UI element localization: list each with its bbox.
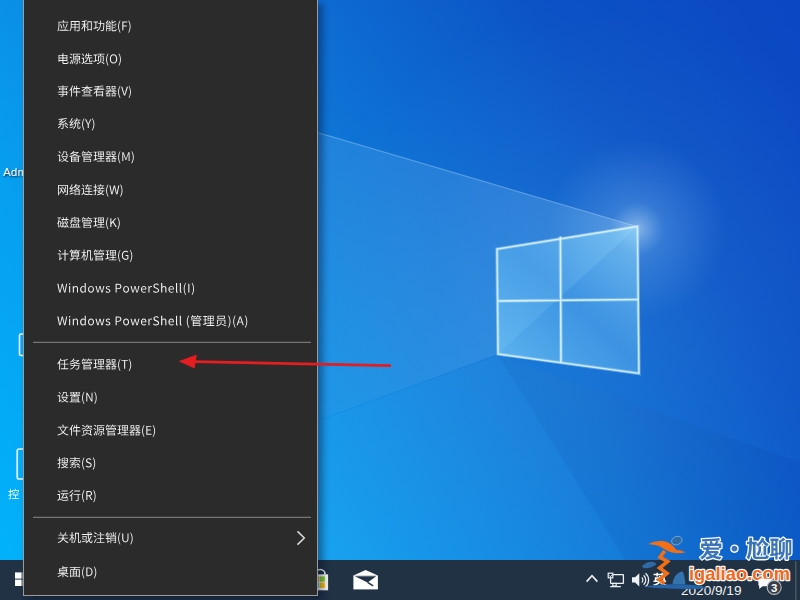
svg-text:3: 3: [771, 582, 777, 594]
